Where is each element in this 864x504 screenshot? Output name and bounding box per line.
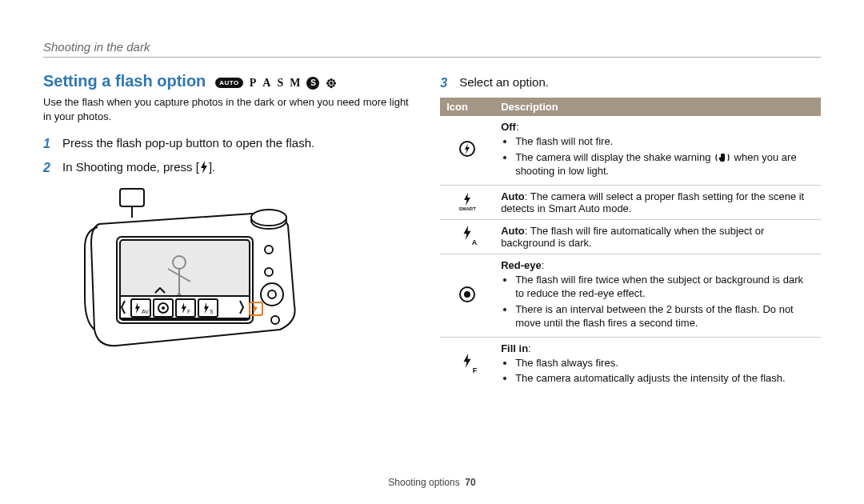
intro-text: Use the flash when you capture photos in… [43,95,416,123]
step-2-text: In Shooting mode, press [ ]. [62,158,215,178]
row-title: Fill in [501,342,528,354]
flash-fillin-desc: Fill in: The flash always fires. The cam… [494,337,821,392]
table-row: Off: The flash will not fire. The camera… [440,116,821,185]
svg-marker-43 [464,354,471,368]
svg-rect-10 [120,189,144,206]
left-column: Setting a flash option AUTO P A S M S Us… [43,69,416,392]
step-2-pre: In Shooting mode, press [ [62,160,199,174]
list-item: The flash always fires. [515,356,814,370]
flash-smart-auto-icon: SMART [440,185,494,219]
svg-marker-9 [201,161,207,174]
svg-point-25 [162,306,165,310]
svg-point-1 [330,78,334,81]
flash-smart-auto-desc: Auto: The camera will select a proper fl… [494,185,821,219]
svg-point-30 [265,246,273,254]
mode-icons-row: AUTO P A S M S [215,77,337,90]
section-title: Setting a flash option [43,72,206,90]
camera-illustration: AV F S [67,186,416,364]
flash-auto-desc: Auto: The flash will fire automatically … [494,219,821,254]
flash-fillin-icon: F [440,337,494,392]
step-1-text: Press the flash pop-up button to open th… [62,134,314,154]
flash-bolt-icon [199,161,209,174]
svg-text:S: S [210,309,214,314]
list-item: There is an interval between the 2 burst… [515,302,814,330]
breadcrumb: Shooting in the dark [43,40,821,54]
list-item: The camera automatically adjusts the int… [515,371,814,386]
svg-point-5 [328,79,330,82]
table-row: Red-eye: The flash will fire twice when … [440,254,821,337]
footer-section: Shooting options [388,477,459,488]
footer-page-number: 70 [465,477,475,488]
step-2: 2 In Shooting mode, press [ ]. [43,158,416,178]
svg-point-2 [330,85,334,88]
flash-redeye-icon [440,254,494,337]
svg-point-32 [268,290,276,298]
page-footer: Shooting options 70 [0,477,864,488]
svg-text:F: F [187,309,190,314]
table-head-icon: Icon [440,98,494,116]
row-title: Red-eye [501,259,542,271]
svg-point-33 [265,268,273,276]
flash-off-desc: Off: The flash will not fire. The camera… [494,116,821,185]
table-row: A Auto: The flash will fire automaticall… [440,219,821,254]
svg-point-8 [333,84,335,86]
mode-s-disc-icon: S [306,77,319,90]
svg-point-3 [326,82,330,85]
step-1: 1 Press the flash pop-up button to open … [43,134,416,154]
row-title: Auto [501,225,525,237]
step-2-number: 2 [43,158,54,178]
step-3-text: Select an option. [459,74,549,93]
mode-m-icon: M [290,77,300,90]
step-2-post: ]. [209,160,215,174]
svg-point-34 [271,316,279,324]
mode-flower-icon [326,78,337,89]
shake-warning-icon [714,152,731,163]
mode-s-icon: S [277,77,283,90]
step-1-number: 1 [43,134,54,154]
table-row: SMART Auto: The camera will select a pro… [440,185,821,219]
mode-p-icon: P [250,77,257,90]
mode-auto-icon: AUTO [215,78,243,88]
svg-marker-39 [464,193,470,206]
step-3: 3 Select an option. [440,74,821,93]
svg-marker-40 [464,226,471,240]
right-column: 3 Select an option. Icon Description [440,69,821,392]
svg-point-13 [251,210,286,226]
svg-marker-38 [465,143,470,154]
svg-point-0 [330,82,334,85]
table-head-desc: Description [494,98,821,116]
svg-text:AV: AV [142,309,149,314]
row-title: Auto [501,190,525,202]
svg-point-6 [333,79,335,82]
step-3-number: 3 [440,74,451,93]
list-item: The flash will not fire. [515,134,814,149]
flash-options-table: Icon Description Off: The flash will n [440,98,821,392]
svg-point-4 [334,82,337,85]
list-item: The flash will fire twice when the subje… [515,273,814,301]
table-row: F Fill in: The flash always fires. The c… [440,337,821,392]
flash-off-icon [440,116,494,185]
flash-redeye-desc: Red-eye: The flash will fire twice when … [494,254,821,337]
row-title: Off [501,121,516,133]
mode-a-icon: A [262,77,270,90]
svg-point-7 [328,84,330,86]
list-item: The camera will display the shake warnin… [515,150,814,178]
flash-auto-icon: A [440,219,494,254]
divider [43,57,821,58]
svg-point-42 [464,291,470,298]
